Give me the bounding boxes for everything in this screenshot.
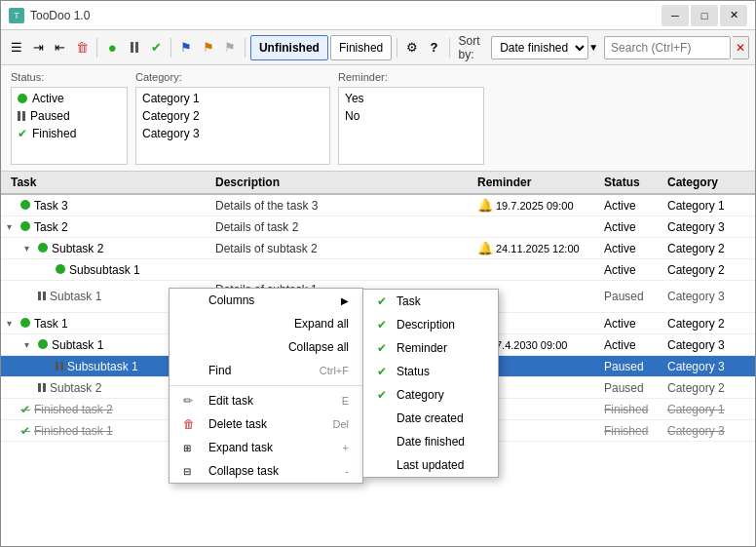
sub-description-label: Description — [397, 318, 455, 332]
col-header-category: Category — [667, 176, 755, 189]
sort-select[interactable]: Date finished Date created Name Status C… — [491, 36, 588, 59]
search-input[interactable] — [604, 36, 731, 59]
sub-status-label: Status — [397, 365, 430, 378]
filter-blue-button[interactable]: ⚑ — [176, 35, 196, 60]
sub-last-updated[interactable]: ✔ Last updated — [363, 453, 498, 477]
task-status-value: Active — [604, 199, 667, 213]
expand-icon[interactable]: ▾ — [7, 221, 20, 232]
task-category-value: Category 2 — [667, 242, 755, 255]
ctx-collapse-all[interactable]: Collapse all — [170, 335, 362, 359]
app-window: T TooDoo 1.0 ─ □ ✕ ☰ ⇥ ⇤ 🗑 ● ✔ ⚑ ⚑ ⚑ Unf… — [0, 0, 756, 547]
sub-task[interactable]: ✔ Task — [363, 290, 498, 313]
ctx-sep-1 — [170, 385, 362, 386]
task-category-value: Category 2 — [667, 381, 755, 395]
task-row[interactable]: Task 3Details of the task 3🔔19.7.2025 09… — [1, 195, 755, 216]
sub-lastupdated-label: Last updated — [397, 458, 464, 472]
reminder-filter-list[interactable]: Yes No — [338, 87, 484, 165]
task-status-icon: ✔ — [20, 403, 30, 416]
task-status-value: Active — [604, 317, 667, 331]
category-filter-list[interactable]: Category 1 Category 2 Category 3 — [135, 87, 330, 165]
sub-date-finished[interactable]: ✔ Date finished — [363, 430, 498, 453]
task-category-value: Category 1 — [667, 403, 755, 416]
task-cell: Task 3 — [1, 199, 215, 213]
check-status-icon: ✔ — [377, 365, 391, 378]
task-row[interactable]: ▾Subtask 2Details of subtask 2🔔24.11.202… — [1, 238, 755, 259]
ctx-expand-all[interactable]: Expand all — [170, 312, 362, 335]
set-active-button[interactable]: ● — [102, 35, 122, 60]
unfinished-filter-button[interactable]: Unfinished — [250, 35, 328, 60]
ctx-collapse-task-label: Collapse task — [208, 464, 279, 478]
check-datefinished-icon: ✔ — [377, 435, 391, 449]
status-filter-list[interactable]: Active Paused ✔ Finished — [11, 87, 128, 165]
filter-paused[interactable]: Paused — [14, 107, 125, 125]
sub-datecreated-label: Date created — [397, 411, 464, 425]
expand-icon[interactable]: ▾ — [24, 243, 38, 254]
ctx-collapse-task[interactable]: ⊟ Collapse task - — [170, 459, 362, 483]
delete-button[interactable]: 🗑 — [72, 35, 92, 60]
check-category-icon: ✔ — [377, 388, 391, 402]
task-status-value: Active — [604, 263, 667, 277]
set-pause-button[interactable] — [125, 35, 144, 60]
ctx-find[interactable]: Find Ctrl+F — [170, 359, 362, 382]
expand-icon[interactable]: ▾ — [24, 339, 38, 350]
toolbar-sep-5 — [449, 38, 450, 58]
filter-reminder-yes[interactable]: Yes — [341, 90, 481, 107]
task-cell: ▾Task 2 — [1, 220, 215, 234]
ctx-delete-task[interactable]: 🗑 Delete task Del — [170, 412, 362, 436]
edit-shortcut: E — [342, 395, 349, 407]
reminder-date: 7.4.2030 09:00 — [496, 339, 567, 351]
task-category-value: Category 3 — [667, 290, 755, 303]
collapse-task-icon: ⊟ — [183, 466, 201, 477]
filter-finished[interactable]: ✔ Finished — [14, 125, 125, 142]
task-status-value: Finished — [604, 403, 667, 416]
filter-orange-button[interactable]: ⚑ — [198, 35, 217, 60]
app-title: TooDoo 1.0 — [30, 9, 90, 22]
filter-reminder-no[interactable]: No — [341, 107, 481, 125]
task-row[interactable]: Subsubtask 1ActiveCategory 2 — [1, 259, 755, 281]
sub-date-created[interactable]: ✔ Date created — [363, 407, 498, 430]
settings-button[interactable]: ⚙ — [402, 35, 422, 60]
task-status-icon — [56, 360, 63, 373]
task-reminder: 🔔19.7.2025 09:00 — [477, 198, 604, 213]
maximize-button[interactable]: □ — [691, 5, 718, 26]
outdent-button[interactable]: ⇤ — [51, 35, 70, 60]
filter-clear-button[interactable]: ⚑ — [220, 35, 240, 60]
ctx-columns-label: Columns — [208, 293, 254, 307]
expand-task-shortcut: + — [343, 442, 349, 453]
task-row[interactable]: ▾Task 2Details of task 2ActiveCategory 3 — [1, 216, 755, 238]
ctx-columns[interactable]: Columns ▶ ✔ Task ✔ Description ✔ Reminde… — [170, 289, 362, 312]
filter-cat1[interactable]: Category 1 — [138, 90, 327, 107]
task-status-value: Paused — [604, 381, 667, 395]
finished-filter-button[interactable]: Finished — [330, 35, 392, 60]
sub-datefinished-label: Date finished — [397, 435, 465, 449]
task-name: Task 3 — [34, 199, 215, 213]
set-finish-button[interactable]: ✔ — [146, 35, 166, 60]
toolbar-sep-2 — [170, 38, 171, 58]
filter-cat2[interactable]: Category 2 — [138, 107, 327, 125]
ctx-edit-task[interactable]: ✏ Edit task E — [170, 389, 362, 412]
sub-status[interactable]: ✔ Status — [363, 360, 498, 383]
indent-button[interactable]: ⇥ — [28, 35, 48, 60]
toolbar-sep-4 — [397, 38, 397, 58]
new-task-button[interactable]: ☰ — [7, 35, 26, 60]
search-clear-button[interactable]: ✕ — [733, 36, 749, 59]
filter-cat3[interactable]: Category 3 — [138, 125, 327, 142]
task-reminder: 🔔24.11.2025 12:00 — [477, 241, 604, 255]
filter-yes-label: Yes — [345, 92, 364, 105]
close-button[interactable]: ✕ — [720, 5, 747, 26]
help-button[interactable]: ? — [424, 35, 443, 60]
sub-description[interactable]: ✔ Description — [363, 313, 498, 336]
task-description: Details of task 2 — [215, 220, 477, 234]
sub-reminder[interactable]: ✔ Reminder — [363, 336, 498, 360]
ctx-expand-task[interactable]: ⊞ Expand task + — [170, 436, 362, 459]
filter-cat2-label: Category 2 — [142, 109, 200, 123]
task-status-icon — [20, 317, 30, 331]
task-status-value: Active — [604, 338, 667, 352]
sub-category[interactable]: ✔ Category — [363, 383, 498, 407]
find-shortcut: Ctrl+F — [320, 365, 349, 376]
filter-active[interactable]: Active — [14, 90, 125, 107]
toolbar-sep-1 — [96, 38, 97, 58]
expand-icon[interactable]: ▾ — [7, 318, 20, 329]
task-status-value: Paused — [604, 360, 667, 373]
minimize-button[interactable]: ─ — [662, 5, 689, 26]
